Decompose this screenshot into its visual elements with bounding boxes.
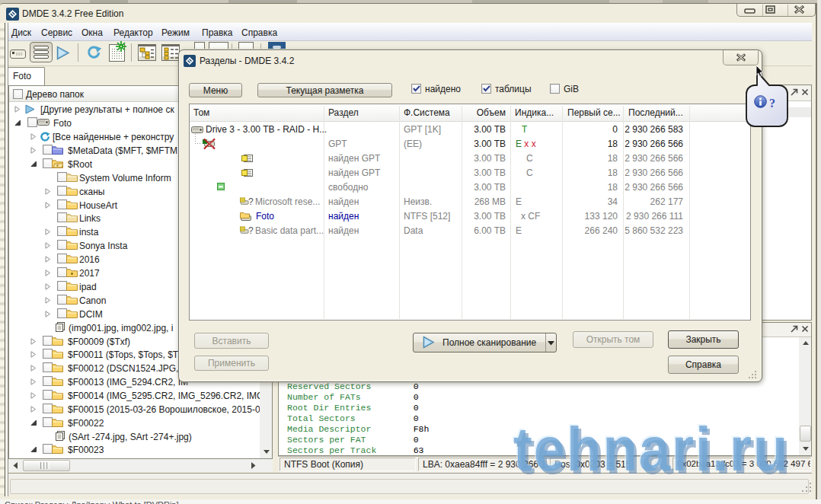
svg-text:?: ? <box>769 97 775 110</box>
